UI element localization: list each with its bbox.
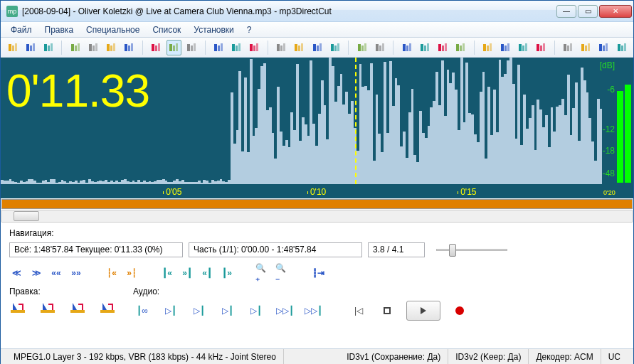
svg-rect-84 (581, 44, 584, 51)
svg-rect-88 (603, 46, 605, 51)
mark-3-icon[interactable] (247, 40, 262, 55)
set-2-icon[interactable] (578, 40, 593, 55)
set-3-icon[interactable] (596, 40, 611, 55)
horizontal-scrollbar[interactable] (1, 210, 633, 223)
forward-button[interactable]: »» (69, 267, 83, 279)
zoom-slider[interactable] (436, 241, 507, 258)
sel-start-icon[interactable] (354, 40, 369, 55)
undo-icon[interactable] (121, 40, 136, 55)
svg-rect-87 (599, 44, 602, 51)
zoom-sel-button[interactable]: ┇⇥ (311, 267, 325, 279)
svg-rect-3 (26, 44, 29, 51)
menu-item-1[interactable]: Правка (39, 23, 80, 36)
zoom-in-button[interactable]: 🔍₊ (255, 267, 270, 279)
edit-fade-out-icon[interactable] (99, 301, 116, 315)
jump-out-button[interactable]: »┃ (180, 267, 194, 279)
paste-icon[interactable] (103, 40, 118, 55)
minimize-button[interactable]: — (556, 5, 576, 18)
maximize-button[interactable]: ▭ (578, 5, 598, 18)
svg-rect-55 (379, 46, 381, 51)
open-icon[interactable] (5, 40, 20, 55)
save-selection-icon[interactable] (41, 40, 56, 55)
sel-end-icon[interactable] (372, 40, 387, 55)
toolbar-separator (348, 41, 349, 55)
seek-end-button[interactable]: ≫ (29, 267, 43, 279)
nav-1-icon[interactable] (399, 40, 414, 55)
bars-4-icon[interactable] (327, 40, 342, 55)
svg-rect-53 (364, 43, 366, 51)
tool-4-icon[interactable] (534, 40, 549, 55)
menu-item-4[interactable]: Установки (188, 23, 239, 36)
toolbar-separator (474, 41, 475, 55)
cut-icon[interactable] (68, 40, 83, 55)
svg-rect-12 (89, 44, 92, 51)
seek-start-button[interactable]: ≪ (9, 267, 23, 279)
edit-cut-icon[interactable] (9, 301, 26, 315)
play-from-start-button[interactable]: ▷┃ (162, 303, 180, 318)
play-button[interactable] (406, 301, 440, 321)
mode-c-icon[interactable] (184, 40, 199, 55)
svg-rect-35 (238, 43, 241, 51)
svg-rect-11 (78, 43, 80, 51)
waveform-display[interactable]: 0'11.33 0'050'100'15 0'20 [dB]-6-12-18-4… (1, 58, 633, 198)
svg-rect-95 (70, 310, 85, 313)
svg-rect-26 (176, 43, 178, 51)
edit-fade-in-icon[interactable] (69, 301, 86, 315)
mark-in-button[interactable]: ┆« (105, 267, 119, 279)
stop-button[interactable] (378, 303, 396, 318)
skip-fwd-button[interactable]: ▷▷┃ (304, 303, 322, 318)
menu-item-0[interactable]: Файл (5, 23, 38, 36)
nav-4-icon[interactable] (453, 40, 467, 55)
play-from-out-button[interactable]: ▷┃ (247, 303, 265, 318)
audio-panel: Аудио: ┃∞▷┃▷┃▷┃▷┃▷▷┃▷▷┃|◁ (133, 287, 469, 321)
bars-2-icon[interactable] (292, 40, 307, 55)
bars-1-icon[interactable] (274, 40, 289, 55)
svg-rect-14 (95, 43, 97, 51)
slider-thumb[interactable] (449, 244, 456, 257)
close-button[interactable]: ✕ (599, 5, 632, 18)
window-controls: — ▭ ✕ (556, 5, 632, 18)
prev-track-button[interactable]: |◁ (349, 303, 368, 318)
segment-bar[interactable] (1, 199, 633, 209)
zoom-out-button[interactable]: 🔍₋ (275, 267, 290, 279)
save-segment-icon[interactable] (23, 40, 38, 55)
scroll-thumb[interactable] (14, 211, 39, 221)
set-1-icon[interactable] (561, 40, 576, 55)
skip-back-button[interactable]: ▷▷┃ (275, 303, 294, 318)
tool-3-icon[interactable] (516, 40, 531, 55)
jump-prev-button[interactable]: «┃ (200, 267, 214, 279)
menu-item-5[interactable]: ? (241, 23, 258, 36)
mode-a-icon[interactable] (148, 40, 163, 55)
svg-rect-47 (319, 43, 322, 51)
jump-next-button[interactable]: ┃» (220, 267, 234, 279)
status-format: MPEG1.0 Layer 3 - 192 kbps, VBR (183 kbp… (6, 349, 284, 364)
loop-button[interactable]: ┃∞ (133, 303, 152, 318)
set-4-icon[interactable] (614, 40, 629, 55)
nav-part-field[interactable]: Часть (1/1): 0'00.00 - 1:48'57.84 (189, 242, 362, 257)
nav-2-icon[interactable] (417, 40, 432, 55)
edit-trim-icon[interactable] (39, 301, 56, 315)
play-to-out-button[interactable]: ▷┃ (218, 303, 237, 318)
nav-zoom-field[interactable]: 3.8 / 4.1 (368, 242, 425, 257)
rewind-button[interactable]: «« (49, 267, 63, 279)
copy-icon[interactable] (85, 40, 100, 55)
svg-rect-41 (283, 43, 285, 51)
menu-item-2[interactable]: Специальное (80, 23, 145, 36)
nav-all-current-field[interactable]: Всё: 1:48'57.84 Текущее: 0'11.33 (0%) (9, 242, 183, 257)
playhead[interactable] (355, 58, 356, 184)
mark-out-button[interactable]: »┆ (125, 267, 139, 279)
tool-1-icon[interactable] (480, 40, 495, 55)
play-segment-button[interactable]: ▷┃ (190, 303, 208, 318)
db-label: -18 (603, 146, 615, 156)
mode-b-icon[interactable] (167, 40, 181, 55)
bars-3-icon[interactable] (310, 40, 324, 55)
menu-item-3[interactable]: Список (147, 23, 186, 36)
jump-in-button[interactable]: ┃« (160, 267, 174, 279)
stop-icon (384, 307, 391, 314)
mark-1-icon[interactable] (211, 40, 226, 55)
record-button[interactable] (450, 303, 469, 318)
nav-3-icon[interactable] (435, 40, 450, 55)
tool-2-icon[interactable] (498, 40, 513, 55)
mark-2-icon[interactable] (229, 40, 244, 55)
ruler-end-tick: 0'20 (603, 189, 615, 196)
